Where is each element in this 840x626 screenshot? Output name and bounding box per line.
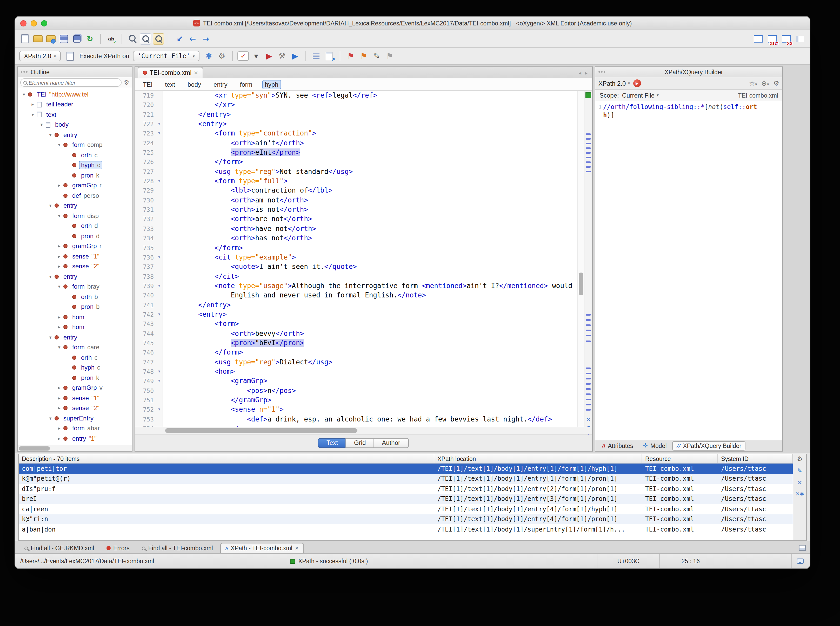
search-result-mark[interactable] — [586, 383, 590, 385]
outline-panel-header[interactable]: Outline — [18, 67, 132, 77]
editor-horizontal-scrollbar[interactable] — [135, 427, 592, 434]
outline-item[interactable]: ▾text — [18, 110, 132, 120]
element-filter-box[interactable] — [20, 78, 122, 87]
expand-arrow-icon[interactable]: ▸ — [56, 264, 62, 269]
element-filter-input[interactable] — [28, 80, 118, 86]
outline-item[interactable]: ▾entry — [18, 200, 132, 211]
search-result-mark[interactable] — [586, 378, 590, 379]
builder-tab-xpath[interactable]: //XPath/XQuery Builder — [672, 441, 746, 450]
code-line[interactable]: 747 <usg type="reg">Dialect</usg> — [135, 357, 577, 367]
xpath-version-select[interactable]: XPath 2.0 ▾ — [19, 51, 61, 61]
next-editor-icon[interactable]: ▸ — [585, 70, 587, 76]
outline-item[interactable]: ▾formcomp — [18, 140, 132, 150]
code-line[interactable]: 741 </entry> — [135, 300, 577, 310]
zoom-button[interactable] — [41, 20, 47, 26]
code-line[interactable]: 742▾ <entry> — [135, 310, 577, 319]
code-line[interactable]: 739▾ <note type="usage">Although the int… — [135, 281, 577, 291]
back-icon[interactable]: ← — [187, 33, 198, 44]
code-line[interactable]: 732 <orth>are not</orth> — [135, 214, 577, 224]
close-button[interactable] — [20, 20, 27, 26]
go-to-last-edit-icon[interactable]: ↙ — [174, 33, 185, 44]
xpath-expression-icon[interactable]: ✱ — [203, 50, 215, 62]
outline-item[interactable]: prond — [18, 231, 132, 241]
search-result-mark[interactable] — [586, 341, 590, 342]
builder-panel-header[interactable]: XPath/XQuery Builder — [595, 67, 782, 77]
view-author-button[interactable]: Author — [374, 438, 408, 448]
pin-highlight-icon[interactable]: ⚑ — [358, 50, 369, 62]
search-result-mark[interactable] — [586, 138, 590, 139]
minimize-button[interactable] — [31, 20, 37, 26]
expand-arrow-icon[interactable]: ▾ — [56, 213, 62, 219]
view-text-button[interactable]: Text — [318, 438, 346, 448]
expand-arrow-icon[interactable]: ▸ — [56, 325, 62, 330]
code-line[interactable]: 725 <pron>eInt</pron> — [135, 148, 577, 158]
code-line[interactable]: 749▾ <gramGrp> — [135, 377, 577, 386]
expand-arrow-icon[interactable]: ▾ — [47, 274, 53, 279]
search-result-mark[interactable] — [586, 171, 590, 172]
outline-item[interactable]: ▾formcare — [18, 342, 132, 352]
code-lines[interactable]: 719 <xr type="syn">SYN. see <ref>legal</… — [135, 91, 577, 427]
view-tab-xpath-tei-combo-xml[interactable]: //XPath - TEI-combo.xml× — [220, 543, 304, 553]
code-line[interactable]: 724 <orth>ain't</orth> — [135, 138, 577, 148]
close-tab-icon[interactable]: × — [295, 545, 298, 551]
builder-settings-gear-icon[interactable]: ⚙ — [773, 80, 779, 87]
outline-item[interactable]: pronk — [18, 170, 132, 180]
outline-item[interactable]: ▸hom — [18, 322, 132, 332]
fold-toggle-icon[interactable]: ▾ — [156, 119, 163, 129]
search-result-mark[interactable] — [586, 157, 590, 158]
code-line[interactable]: 750 <pos>n</pos> — [135, 386, 577, 396]
expand-arrow-icon[interactable]: ▾ — [56, 284, 62, 290]
expand-arrow-icon[interactable]: ▸ — [56, 396, 62, 401]
breadcrumb-item-hyph[interactable]: hyph — [262, 80, 281, 89]
xpath-scope-select[interactable]: 'Current File' ▾ — [133, 51, 199, 61]
code-line[interactable]: 726 </form> — [135, 158, 577, 167]
xml-editor-view-icon[interactable] — [752, 33, 764, 44]
code-line[interactable]: 727 <usg type="reg">Not standard</usg> — [135, 167, 577, 177]
code-line[interactable]: 722▾ <entry> — [135, 119, 577, 129]
outline-item[interactable]: orthc — [18, 150, 132, 160]
view-tab-find-all-ge-rkmd-xml[interactable]: Find all - GE.RKMD.xml — [19, 543, 99, 553]
view-tab-find-all-tei-combo-xml[interactable]: Find all - TEI-combo.xml — [137, 543, 218, 553]
builder-tab-attr[interactable]: aAttributes — [597, 441, 637, 451]
code-line[interactable]: 736▾ <cit type="example"> — [135, 253, 577, 262]
execute-xpath-button[interactable]: ▶ — [633, 80, 641, 87]
outline-item[interactable]: hyphc — [18, 160, 132, 170]
find-replace-icon[interactable] — [127, 33, 138, 44]
reload-icon[interactable]: ↻ — [84, 33, 96, 44]
outline-item[interactable]: ▸teiHeader — [18, 99, 132, 110]
code-line[interactable]: 734 <orth>has not</orth> — [135, 233, 577, 243]
search-result-mark[interactable] — [586, 404, 590, 405]
code-line[interactable]: 723▾ <form type="contraction"> — [135, 129, 577, 139]
close-results-icon[interactable]: ✕ — [797, 479, 802, 487]
result-row[interactable]: k@m"petit@(r)/TEI[1]/text[1]/body[1]/ent… — [19, 474, 793, 484]
column-header-resource[interactable]: Resource — [642, 454, 718, 463]
new-file-icon[interactable] — [19, 33, 31, 44]
outline-item[interactable]: ▾formbray — [18, 282, 132, 292]
breadcrumb-item-form[interactable]: form — [237, 80, 255, 89]
outline-item[interactable]: ▾entry — [18, 271, 132, 282]
code-line[interactable]: 745 <pron>"bEvI</pron> — [135, 338, 577, 348]
search-result-mark[interactable] — [586, 330, 590, 331]
spell-check-icon[interactable] — [105, 33, 117, 44]
code-line[interactable]: 744 <orth>bevvy</orth> — [135, 329, 577, 338]
fold-toggle-icon[interactable]: ▾ — [156, 281, 163, 291]
results-table-header[interactable]: Description - 70 items XPath location Re… — [19, 454, 793, 463]
outline-item[interactable]: pronk — [18, 373, 132, 383]
scrollbar-thumb[interactable] — [19, 446, 50, 451]
save-all-icon[interactable] — [71, 33, 83, 44]
breadcrumb-item-TEI[interactable]: TEI — [140, 80, 155, 89]
code-line[interactable]: 746 </form> — [135, 348, 577, 358]
fold-toggle-icon[interactable]: ▾ — [156, 310, 163, 319]
code-line[interactable]: 748▾ <hom> — [135, 367, 577, 377]
result-row[interactable]: a|ban|don/TEI[1]/text[1]/body[1]/superEn… — [19, 524, 793, 534]
outline-item[interactable]: ▾entry — [18, 130, 132, 140]
view-tab-errors[interactable]: Errors — [101, 543, 135, 553]
open-file-icon[interactable] — [32, 33, 44, 44]
outline-item[interactable]: ▸formabar — [18, 423, 132, 434]
expand-arrow-icon[interactable]: ▾ — [38, 122, 45, 127]
expand-arrow-icon[interactable]: ▸ — [56, 385, 62, 391]
breadcrumb-item-body[interactable]: body — [185, 80, 204, 89]
search-result-mark[interactable] — [586, 368, 590, 369]
pin-disabled-icon[interactable]: ⚑ — [384, 50, 395, 62]
xquery-debugger-icon[interactable]: XQ — [780, 33, 792, 44]
